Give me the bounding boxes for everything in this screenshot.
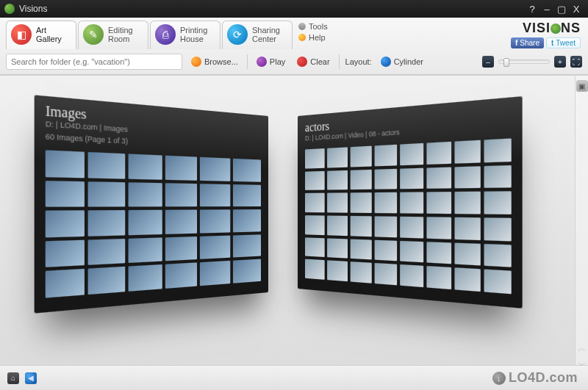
close-button[interactable]: X bbox=[569, 4, 584, 15]
thumbnail[interactable] bbox=[305, 148, 325, 168]
thumbnail[interactable] bbox=[484, 217, 512, 241]
thumbnail[interactable] bbox=[233, 184, 261, 207]
thumbnail[interactable] bbox=[484, 165, 512, 189]
viewport[interactable]: Images D: | LO4D.com | Images 60 Images … bbox=[0, 75, 588, 376]
thumbnail[interactable] bbox=[46, 239, 85, 267]
thumbnail[interactable] bbox=[200, 261, 230, 286]
thumbnail[interactable] bbox=[327, 238, 348, 259]
thumbnail[interactable] bbox=[233, 234, 261, 258]
thumbnail[interactable] bbox=[305, 237, 325, 257]
thumbnail[interactable] bbox=[327, 216, 348, 236]
thumbnail[interactable] bbox=[400, 192, 423, 214]
thumbnail[interactable] bbox=[88, 152, 125, 178]
thumbnail[interactable] bbox=[484, 138, 512, 162]
zoom-thumb[interactable] bbox=[503, 58, 509, 67]
tab-art-gallery[interactable]: ◧ Art Gallery bbox=[6, 21, 76, 49]
thumbnail[interactable] bbox=[327, 193, 348, 213]
thumbnail[interactable] bbox=[46, 181, 85, 207]
thumbnail[interactable] bbox=[305, 215, 325, 235]
thumbnail[interactable] bbox=[200, 157, 230, 181]
thumbnail[interactable] bbox=[327, 261, 348, 282]
thumbnail[interactable] bbox=[233, 259, 261, 284]
thumbnail[interactable] bbox=[305, 171, 325, 191]
thumbnail[interactable] bbox=[375, 168, 398, 189]
thumbnail[interactable] bbox=[426, 266, 451, 289]
zoom-out-button[interactable]: – bbox=[482, 56, 494, 68]
browse-button[interactable]: Browse... bbox=[188, 55, 241, 68]
tab-editing-room[interactable]: ✎ Editing Room bbox=[78, 21, 148, 49]
thumbnail[interactable] bbox=[454, 268, 480, 292]
help-menu[interactable]: Help bbox=[298, 33, 328, 42]
sidebar-collapse-button[interactable]: ▣ bbox=[576, 80, 588, 92]
thumbnail[interactable] bbox=[88, 181, 125, 207]
thumbnail[interactable] bbox=[400, 217, 423, 238]
thumbnail[interactable] bbox=[233, 209, 261, 232]
tab-printing-house[interactable]: ⎙ Printing House bbox=[150, 21, 220, 49]
thumbnail[interactable] bbox=[375, 216, 398, 237]
layout-selector[interactable]: Cylinder bbox=[378, 55, 426, 68]
home-button[interactable]: ⌂ bbox=[7, 372, 19, 384]
thumbnail[interactable] bbox=[165, 236, 198, 261]
thumbnail[interactable] bbox=[426, 142, 451, 165]
thumbnail[interactable] bbox=[88, 267, 125, 295]
thumbnail[interactable] bbox=[46, 150, 85, 178]
thumbnail[interactable] bbox=[400, 143, 423, 165]
chevron-up-icon[interactable]: ︿ bbox=[578, 342, 587, 355]
help-window-button[interactable]: ? bbox=[525, 4, 539, 15]
thumbnail[interactable] bbox=[454, 242, 480, 266]
zoom-slider[interactable] bbox=[498, 59, 550, 64]
thumbnail[interactable] bbox=[454, 192, 480, 214]
tab-sharing-center[interactable]: ⟳ Sharing Center bbox=[222, 21, 293, 49]
thumbnail[interactable] bbox=[426, 167, 451, 189]
thumbnail[interactable] bbox=[375, 263, 398, 285]
thumbnail[interactable] bbox=[128, 237, 162, 263]
tools-menu[interactable]: Tools bbox=[298, 22, 328, 31]
thumbnail[interactable] bbox=[165, 210, 198, 234]
minimize-button[interactable]: – bbox=[539, 4, 554, 15]
thumbnail[interactable] bbox=[351, 169, 372, 189]
thumbnail[interactable] bbox=[128, 210, 162, 235]
thumbnail[interactable] bbox=[375, 192, 398, 213]
thumbnail[interactable] bbox=[128, 154, 162, 179]
thumbnail[interactable] bbox=[484, 244, 512, 268]
thumbnail[interactable] bbox=[351, 261, 372, 283]
thumbnail[interactable] bbox=[426, 242, 451, 264]
thumbnail[interactable] bbox=[375, 239, 398, 261]
thumbnail[interactable] bbox=[484, 192, 512, 214]
thumbnail[interactable] bbox=[327, 170, 348, 190]
thumbnail[interactable] bbox=[327, 147, 348, 167]
share-button[interactable]: fShare bbox=[511, 37, 544, 48]
thumbnail[interactable] bbox=[400, 241, 423, 263]
thumbnail[interactable] bbox=[351, 239, 372, 260]
thumbnail[interactable] bbox=[88, 210, 125, 236]
clear-button[interactable]: Clear bbox=[294, 55, 332, 68]
thumbnail[interactable] bbox=[200, 235, 230, 259]
thumbnail[interactable] bbox=[400, 167, 423, 189]
tweet-button[interactable]: tTweet bbox=[546, 37, 581, 48]
fullscreen-button[interactable]: ⛶ bbox=[570, 56, 582, 68]
thumbnail[interactable] bbox=[305, 193, 325, 212]
thumbnail[interactable] bbox=[351, 216, 372, 236]
thumbnail[interactable] bbox=[46, 211, 85, 238]
thumbnail[interactable] bbox=[305, 259, 325, 280]
maximize-button[interactable]: ▢ bbox=[554, 4, 569, 15]
play-button[interactable]: Play bbox=[254, 55, 288, 68]
thumbnail[interactable] bbox=[454, 217, 480, 240]
thumbnail[interactable] bbox=[426, 217, 451, 239]
thumbnail[interactable] bbox=[165, 263, 198, 289]
thumbnail[interactable] bbox=[200, 209, 230, 233]
thumbnail[interactable] bbox=[128, 264, 162, 291]
thumbnail[interactable] bbox=[484, 270, 512, 294]
thumbnail[interactable] bbox=[351, 192, 372, 213]
thumbnail[interactable] bbox=[88, 239, 125, 266]
thumbnail[interactable] bbox=[454, 140, 480, 164]
thumbnail[interactable] bbox=[426, 192, 451, 214]
thumbnail[interactable] bbox=[454, 166, 480, 189]
zoom-in-button[interactable]: + bbox=[554, 56, 566, 68]
thumbnail[interactable] bbox=[46, 269, 85, 297]
thumbnail[interactable] bbox=[375, 145, 398, 166]
gallery-panel-right[interactable]: actors D: | LO4D.com | Video | 08 - acto… bbox=[298, 96, 523, 308]
thumbnail[interactable] bbox=[128, 182, 162, 207]
search-input[interactable] bbox=[6, 54, 182, 70]
thumbnail[interactable] bbox=[233, 159, 261, 182]
